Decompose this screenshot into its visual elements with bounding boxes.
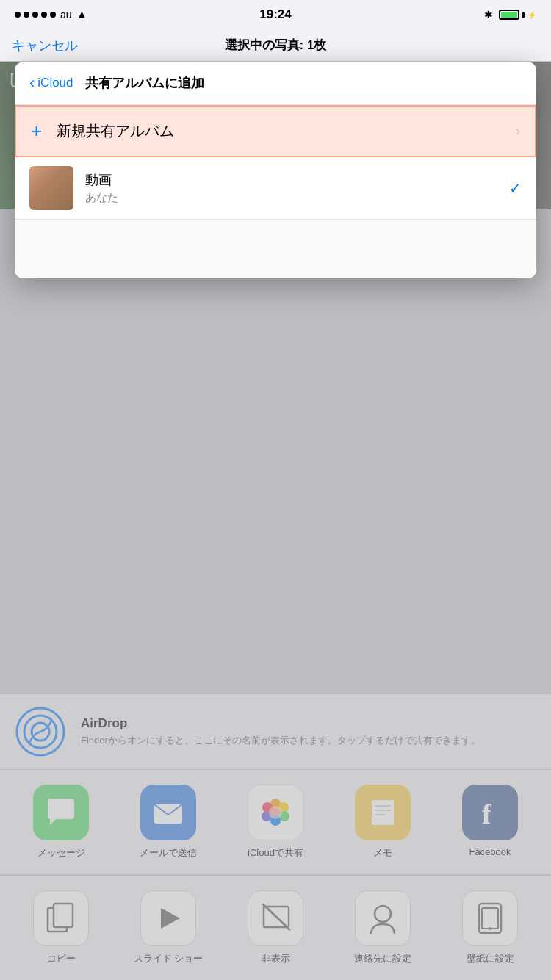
chevron-left-icon: ‹ — [29, 73, 35, 93]
album-info: 動画 あなた — [85, 171, 509, 205]
album-owner: あなた — [85, 191, 509, 205]
new-album-chevron-icon: › — [516, 123, 520, 139]
modal-panel: ‹ iCloud 共有アルバムに追加 + 新規共有アルバム › 動画 あなた ✓ — [15, 62, 536, 278]
battery-icon: ⚡ — [499, 10, 536, 20]
battery-tip — [522, 12, 525, 18]
new-album-row[interactable]: + 新規共有アルバム › — [15, 105, 536, 157]
navigation-bar: キャンセル 選択中の写真: 1枚 — [0, 29, 551, 62]
status-time: 19:24 — [259, 7, 291, 22]
modal-header: ‹ iCloud 共有アルバムに追加 — [15, 62, 536, 105]
album-thumb-inner — [29, 166, 73, 210]
status-bar: au ▲ 19:24 ✱ ⚡ — [0, 0, 551, 29]
battery-body — [499, 10, 519, 20]
wifi-icon: ▲ — [76, 8, 88, 21]
battery-bolt-icon: ⚡ — [527, 11, 536, 19]
page-title: 選択中の写真: 1枚 — [225, 37, 327, 54]
modal-back-label: iCloud — [37, 76, 73, 90]
status-right: ✱ ⚡ — [484, 9, 536, 21]
signal-dots — [15, 12, 56, 18]
album-row[interactable]: 動画 あなた ✓ — [15, 157, 536, 220]
bluetooth-icon: ✱ — [484, 9, 493, 21]
plus-icon: + — [31, 120, 42, 143]
battery-fill — [501, 12, 517, 18]
status-left: au ▲ — [15, 8, 87, 21]
album-thumbnail — [29, 166, 73, 210]
cancel-button[interactable]: キャンセル — [12, 37, 78, 54]
checkmark-icon: ✓ — [509, 179, 522, 197]
new-album-label: 新規共有アルバム — [57, 121, 516, 141]
modal-back-button[interactable]: ‹ iCloud — [29, 73, 73, 93]
modal-title: 共有アルバムに追加 — [85, 74, 204, 92]
album-name: 動画 — [85, 171, 509, 189]
modal-empty-area — [15, 220, 536, 278]
carrier-label: au — [60, 9, 72, 21]
